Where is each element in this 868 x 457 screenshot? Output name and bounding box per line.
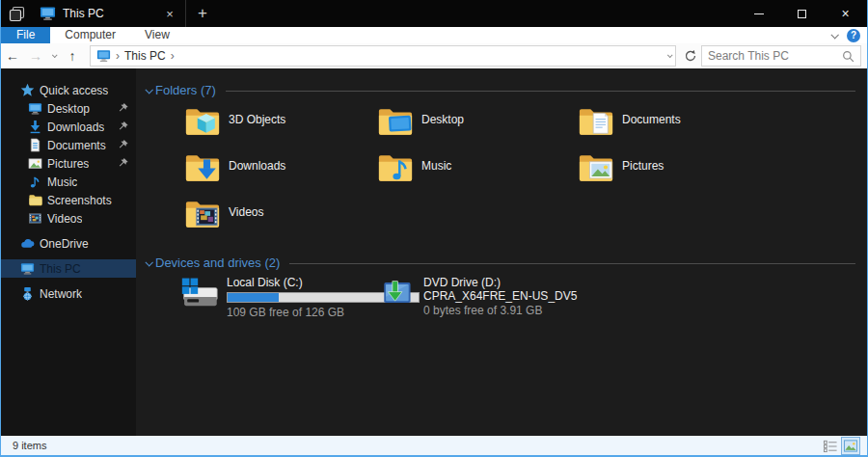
sidebar-item-label: Music [47,175,77,189]
folder-tile-music[interactable]: Music [377,151,578,198]
items-count: 9 items [13,440,46,451]
drive-free-space: 0 bytes free of 3.91 GB [423,304,577,318]
sidebar-item-label: Videos [47,212,82,226]
sidebar-item-label: Network [40,287,82,301]
drive-tile-dvd-drive-d-[interactable]: DVD Drive (D:)CPRA_X64FRE_EN-US_DV50 byt… [377,276,859,320]
sets-stack-icon[interactable] [1,0,32,27]
help-icon[interactable]: ? [847,29,860,42]
sidebar-item-music[interactable]: Music [1,173,136,191]
sidebar-item-network[interactable]: Network [1,284,136,303]
download-icon [28,120,42,134]
refresh-icon[interactable] [680,49,701,63]
search-icon[interactable] [842,50,854,63]
folder-tile-videos[interactable]: Videos [184,198,377,244]
up-button[interactable]: ↑ [61,48,84,64]
sidebar-item-onedrive[interactable]: OneDrive [1,234,136,253]
pin-icon [118,102,129,114]
drive-tile-local-disk-c-[interactable]: Local Disk (C:)109 GB free of 126 GB [180,276,377,320]
forward-button[interactable]: → [24,48,47,64]
sidebar-item-desktop[interactable]: Desktop [1,99,136,118]
thispc-icon [20,261,35,276]
folder-downloads-icon [184,151,221,183]
sidebar-item-screenshots[interactable]: Screenshots [1,191,136,209]
folder-tile-documents[interactable]: Documents [578,105,859,151]
menu-item-file[interactable]: File [1,27,50,43]
minimize-icon [754,13,764,14]
videos-icon [28,211,42,226]
tab-title: This PC [63,7,155,20]
section-rule [226,91,855,92]
sidebar-item-downloads[interactable]: Downloads [1,118,136,136]
folder-name: Downloads [229,159,285,173]
menu-item-computer[interactable]: Computer [50,27,130,43]
maximize-button[interactable] [780,0,824,27]
navigation-bar: ← → ↑ › This PC › [1,43,867,68]
folder-name: Documents [622,113,681,126]
folder-tile-3d-objects[interactable]: 3D Objects [184,105,377,151]
content-pane: Folders (7) 3D ObjectsDesktopDocumentsDo… [136,68,867,436]
chevron-down-icon[interactable] [145,258,152,266]
folder-name: Desktop [421,113,464,126]
pin-icon [118,157,129,169]
breadcrumb-separator: › [116,49,120,63]
tab-close-icon[interactable]: × [162,7,177,21]
folder-documents-icon [578,105,614,137]
titlebar-drag-area[interactable] [219,0,737,27]
sidebar-item-documents[interactable]: Documents [1,136,136,154]
explorer-tab[interactable]: This PC × [32,0,186,27]
folder-tile-pictures[interactable]: Pictures [578,151,859,198]
sidebar-item-label: Documents [47,139,106,152]
address-dropdown-icon[interactable] [667,52,673,58]
maximize-icon [798,10,806,18]
music-icon [28,175,42,189]
sidebar-item-label: This PC [40,262,81,276]
pin-icon [118,139,129,150]
menu-item-view[interactable]: View [130,27,184,43]
sidebar-item-quick-access[interactable]: Quick access [1,81,136,99]
folder-videos-icon [184,198,221,229]
folder-music-icon [377,151,414,183]
screenshots-icon [28,193,42,207]
thumbnail-view-icon[interactable] [842,438,859,454]
folders-section-header[interactable]: Folders (7) [142,83,859,97]
search-box[interactable] [701,45,861,67]
folder-tile-desktop[interactable]: Desktop [377,105,578,151]
folders-grid: 3D ObjectsDesktopDocumentsDownloadsMusic… [184,105,859,244]
tab-monitor-icon [40,6,56,21]
folder-name: 3D Objects [229,113,285,126]
details-view-icon[interactable] [822,438,839,454]
drive-hdd-icon [180,276,219,310]
folder-tile-downloads[interactable]: Downloads [184,151,377,198]
section-title: Folders (7) [155,83,216,97]
close-button[interactable]: × [824,0,867,27]
picture-icon [28,156,42,171]
drive-volume-label: CPRA_X64FRE_EN-US_DV5 [423,289,577,303]
new-tab-button[interactable]: + [186,0,219,27]
section-title: Devices and drives (2) [155,255,280,270]
titlebar: This PC × + × [1,0,867,27]
file-explorer-window: This PC × + × FileComputerView ? ← → ↑ ›… [0,0,868,457]
sidebar-item-label: Pictures [47,157,89,171]
desktop-icon [28,101,42,116]
drive-info: DVD Drive (D:)CPRA_X64FRE_EN-US_DV50 byt… [423,276,577,318]
devices-section-header[interactable]: Devices and drives (2) [142,255,859,270]
ribbon-expand-chevron-icon[interactable] [830,31,838,39]
chevron-down-icon[interactable] [145,86,152,94]
menu-items: FileComputerView [1,27,184,43]
history-dropdown-icon[interactable] [47,54,61,58]
drive-name: DVD Drive (D:) [423,276,577,289]
folder-name: Pictures [622,159,664,173]
document-icon [28,138,42,152]
search-input[interactable] [708,49,842,63]
sidebar-item-videos[interactable]: Videos [1,209,136,228]
breadcrumb-separator[interactable]: › [171,49,175,63]
sidebar-item-pictures[interactable]: Pictures [1,154,136,173]
folder-desktop-icon [377,105,414,137]
breadcrumb-this-pc[interactable]: This PC [124,49,166,63]
address-bar[interactable]: › This PC › [90,45,676,67]
back-button[interactable]: ← [1,48,24,64]
sidebar-item-this-pc[interactable]: This PC [1,259,136,278]
minimize-button[interactable] [737,0,780,27]
address-monitor-icon [96,49,111,63]
folder-name: Videos [229,205,263,219]
